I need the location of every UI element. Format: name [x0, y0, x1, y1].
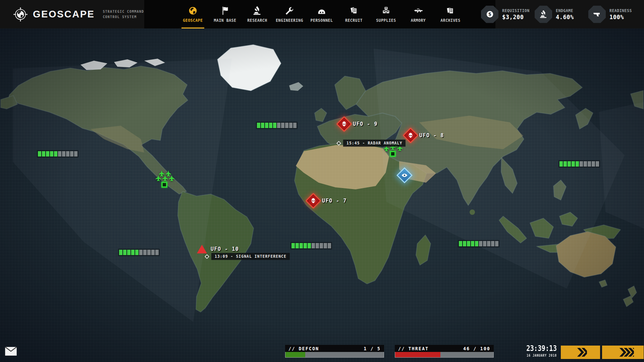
radar-bar-segment — [50, 151, 53, 157]
wrench-icon — [284, 6, 294, 16]
stat-label: ENDGAME — [556, 8, 574, 13]
stat-value: $3,200 — [502, 14, 530, 20]
threat-value: 46 / 100 — [463, 346, 490, 351]
alien-head-icon — [310, 197, 317, 204]
radar-bar-segment — [38, 151, 41, 157]
nav-item-label: GEOSCAPE — [183, 18, 203, 23]
notifications-mail-button[interactable] — [5, 347, 17, 356]
crates-icon — [381, 6, 391, 16]
resource-stats: REQUISITION$3,200ENDGAME4.60%READINESS10… — [481, 0, 636, 28]
nav-item-supplies[interactable]: SUPPLIES — [370, 0, 402, 28]
radar-bar-segment — [58, 151, 61, 157]
radar-bar-segment — [479, 241, 482, 246]
dollar-icon — [485, 10, 494, 19]
app-title: GEOSCAPE — [33, 9, 95, 20]
nav-item-label: SUPPLIES — [376, 18, 396, 23]
stat-readiness: READINESS100% — [588, 6, 636, 23]
squad-waypoint-marker[interactable] — [390, 151, 396, 157]
radar-bar-segment — [572, 161, 575, 167]
helmet-icon — [317, 6, 327, 16]
radar-bar-segment — [291, 243, 295, 248]
nav-item-archives[interactable]: ARCHIVES — [434, 0, 467, 28]
nav-item-main-base[interactable]: MAIN BASE — [209, 0, 241, 28]
radar-bar-segment — [320, 243, 323, 248]
nav-item-label: MAIN BASE — [214, 18, 236, 23]
alien-head-icon — [407, 132, 414, 139]
time-advance-button[interactable] — [561, 346, 600, 359]
stat-text: ENDGAME4.60% — [556, 8, 574, 20]
radar-bar-segment — [54, 151, 57, 157]
radar-bar-segment — [143, 250, 147, 255]
flag-icon — [220, 6, 230, 16]
radar-bar-segment — [584, 161, 587, 167]
ufo-label: UFO - 8 — [419, 132, 444, 138]
alien-head-icon — [341, 120, 347, 128]
stat-icon-badge — [535, 6, 552, 23]
defcon-bar-fill — [285, 352, 305, 357]
radar-bar-segment — [269, 123, 272, 128]
event-popup-label: 15:45 - RADAR ANOMALY — [343, 140, 406, 147]
radar-bar-segment — [580, 161, 583, 167]
stat-text: READINESS100% — [609, 8, 632, 20]
radar-bar-segment — [588, 161, 591, 167]
globe-icon — [188, 6, 198, 16]
radar-bar-segment — [127, 250, 130, 255]
stat-requisition: REQUISITION$3,200 — [481, 6, 529, 23]
dossier-icon — [349, 6, 359, 16]
radar-progress-bar — [118, 249, 160, 256]
map-marker-layer: UFO - 9UFO - 8UFO - 7UFO - 1015:45 - RAD… — [0, 0, 644, 362]
defcon-value: 1 / 5 — [364, 346, 381, 351]
nav-item-personnel[interactable]: PERSONNEL — [306, 0, 338, 28]
fighter-jet-icon[interactable] — [168, 175, 175, 182]
nav-item-label: RECRUIT — [345, 18, 363, 23]
squad-waypoint-marker[interactable] — [161, 182, 167, 188]
stat-label: REQUISITION — [502, 8, 530, 13]
main-nav: GEOSCAPEMAIN BASERESEARCHENGINEERINGPERS… — [177, 0, 467, 28]
fighter-jet-icon[interactable] — [162, 175, 169, 182]
nav-item-label: PERSONNEL — [311, 18, 333, 23]
microscope-icon — [539, 10, 548, 19]
radar-bar-segment — [475, 241, 478, 246]
radar-bar-segment — [596, 161, 599, 167]
radar-bar-segment — [300, 243, 303, 248]
nav-item-armory[interactable]: ARMORY — [402, 0, 434, 28]
ufo-label: UFO - 10 — [211, 246, 239, 252]
time-advance-fast-button[interactable] — [602, 346, 644, 359]
radar-bar-segment — [564, 161, 567, 167]
app-subtitle: STRATEGIC COMMAND CONTROL SYSTEM — [103, 9, 144, 19]
threat-label: // THREAT — [398, 346, 429, 351]
radar-progress-bar — [290, 242, 332, 249]
fast-forward-chevrons-icon — [574, 348, 587, 357]
radar-progress-bar — [37, 150, 78, 158]
microscope-icon — [252, 6, 262, 16]
nav-item-label: ARCHIVES — [440, 18, 460, 23]
nav-item-label: ENGINEERING — [276, 18, 303, 23]
radar-bar-segment — [289, 123, 292, 128]
pistol-icon — [593, 10, 602, 19]
radar-bar-segment — [135, 250, 139, 255]
nav-item-engineering[interactable]: ENGINEERING — [273, 0, 306, 28]
radar-bar-segment — [495, 241, 498, 246]
time-controls — [561, 346, 644, 359]
radar-bar-segment — [265, 123, 268, 128]
radar-bar-segment — [155, 250, 159, 255]
nav-item-label: ARMORY — [411, 18, 426, 23]
radar-bar-segment — [257, 123, 260, 128]
radar-bar-segment — [559, 161, 563, 167]
stat-value: 100% — [609, 14, 632, 20]
clock-time: 23:39:13 — [524, 344, 557, 353]
radar-progress-bar — [256, 122, 298, 129]
ufo-triangle-shape — [197, 245, 207, 253]
fighter-jet-icon[interactable] — [155, 175, 162, 182]
radar-bar-segment — [568, 161, 571, 167]
radar-bar-segment — [147, 250, 151, 255]
nav-item-geoscape[interactable]: GEOSCAPE — [177, 0, 209, 28]
nav-item-research[interactable]: RESEARCH — [241, 0, 273, 28]
logo-block: GEOSCAPE STRATEGIC COMMAND CONTROL SYSTE… — [13, 0, 144, 28]
defcon-panel: // DEFCON 1 / 5 — [285, 345, 384, 358]
radar-progress-bar — [458, 240, 499, 247]
nav-item-recruit[interactable]: RECRUIT — [338, 0, 370, 28]
rifle-icon — [413, 6, 423, 16]
radar-bar-segment — [324, 243, 327, 248]
radar-bar-segment — [576, 161, 579, 167]
